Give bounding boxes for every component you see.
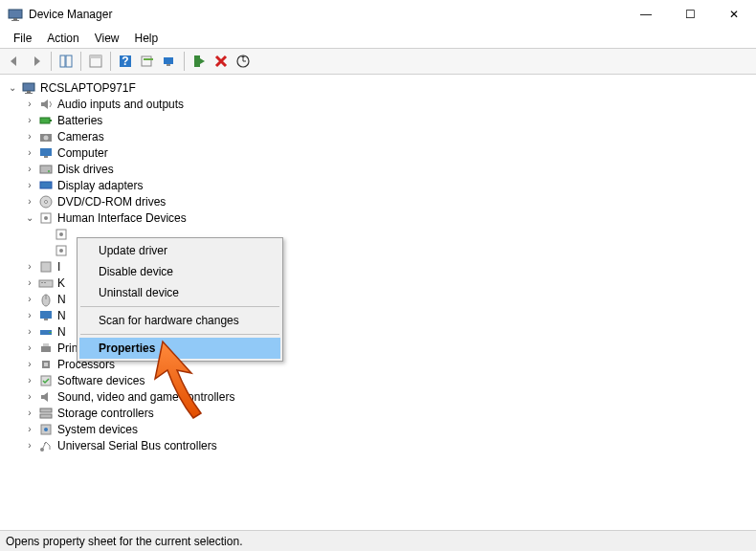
forward-button[interactable] xyxy=(26,51,47,72)
camera-icon xyxy=(38,129,54,144)
monitor-icon xyxy=(38,308,54,323)
svg-point-21 xyxy=(44,135,49,140)
chevron-down-icon[interactable]: ⌄ xyxy=(6,81,19,95)
menu-file[interactable]: File xyxy=(6,30,39,47)
chevron-right-icon[interactable]: › xyxy=(23,195,36,209)
chevron-right-icon[interactable]: › xyxy=(23,146,36,160)
category-label: N xyxy=(57,309,66,322)
svg-rect-41 xyxy=(40,311,52,319)
chevron-right-icon[interactable]: › xyxy=(23,439,36,452)
category-label: Human Interface Devices xyxy=(57,211,187,225)
svg-rect-35 xyxy=(41,262,51,272)
scan-hardware-button[interactable] xyxy=(159,51,180,72)
sound-icon xyxy=(38,389,54,405)
category-label: Storage controllers xyxy=(57,407,154,420)
toolbar-separator xyxy=(184,52,185,71)
category-label: DVD/CD-ROM drives xyxy=(57,195,166,209)
chevron-right-icon[interactable]: › xyxy=(23,163,36,176)
chevron-right-icon[interactable]: › xyxy=(23,342,36,355)
action-button[interactable] xyxy=(137,51,158,72)
tree-category[interactable]: ›Computer xyxy=(23,144,756,161)
computer-icon xyxy=(21,80,36,96)
close-button[interactable]: ✕ xyxy=(712,0,756,29)
minimize-button[interactable]: — xyxy=(624,0,668,29)
ctx-scan-for-hardware-changes[interactable]: Scan for hardware changes xyxy=(79,310,280,331)
chevron-right-icon[interactable]: › xyxy=(23,374,36,387)
tree-category[interactable]: ›DVD/CD-ROM drives xyxy=(23,193,756,209)
uninstall-button[interactable] xyxy=(211,51,232,72)
svg-point-28 xyxy=(45,200,48,203)
network-icon xyxy=(38,324,54,340)
show-hide-tree-button[interactable] xyxy=(56,51,77,72)
printer-icon xyxy=(38,341,54,356)
menu-action[interactable]: Action xyxy=(39,30,86,47)
tree-category[interactable]: ›Disk drives xyxy=(23,161,756,177)
chevron-right-icon[interactable]: › xyxy=(23,293,36,306)
tree-category[interactable]: ›Sound, video and game controllers xyxy=(23,388,756,405)
help-button[interactable]: ? xyxy=(115,51,136,72)
chevron-down-icon[interactable]: ⌄ xyxy=(23,211,36,225)
menu-separator xyxy=(80,334,279,335)
category-label: Cameras xyxy=(57,130,104,143)
update-driver-button[interactable] xyxy=(233,51,254,72)
svg-rect-42 xyxy=(44,319,48,320)
app-icon xyxy=(8,7,23,22)
category-label: I xyxy=(57,260,60,274)
svg-rect-44 xyxy=(49,332,52,333)
svg-rect-36 xyxy=(39,280,53,287)
svg-rect-11 xyxy=(164,57,173,64)
tree-category[interactable]: ⌄Human Interface Devices xyxy=(23,209,756,226)
chevron-right-icon[interactable]: › xyxy=(23,325,36,339)
tree-category[interactable]: ›Cameras xyxy=(23,128,756,144)
ctx-properties[interactable]: Properties xyxy=(79,338,280,359)
category-label: Batteries xyxy=(57,114,102,127)
back-button[interactable] xyxy=(4,51,25,72)
svg-rect-46 xyxy=(43,343,49,346)
svg-point-34 xyxy=(59,249,63,253)
chevron-right-icon[interactable]: › xyxy=(23,179,36,192)
root-label: RCSLAPTOP971F xyxy=(40,81,136,95)
chevron-right-icon[interactable]: › xyxy=(23,276,36,290)
svg-rect-3 xyxy=(60,55,65,67)
menu-help[interactable]: Help xyxy=(127,30,167,47)
ctx-label: Properties xyxy=(99,342,155,355)
svg-point-25 xyxy=(48,170,50,172)
disk-icon xyxy=(38,162,54,177)
tree-category[interactable]: ›Batteries xyxy=(23,112,756,128)
speaker-icon xyxy=(38,97,54,112)
chevron-right-icon[interactable]: › xyxy=(23,114,36,127)
svg-rect-18 xyxy=(40,118,50,123)
tree-root[interactable]: ⌄RCSLAPTOP971F xyxy=(6,79,756,96)
svg-rect-9 xyxy=(142,56,151,66)
chevron-right-icon[interactable]: › xyxy=(23,130,36,143)
ctx-disable-device[interactable]: Disable device xyxy=(79,261,280,282)
chevron-right-icon[interactable]: › xyxy=(23,423,36,436)
tree-category[interactable]: ›Audio inputs and outputs xyxy=(23,96,756,112)
chevron-right-icon[interactable]: › xyxy=(23,309,36,322)
chevron-right-icon[interactable]: › xyxy=(23,390,36,404)
svg-rect-6 xyxy=(90,55,101,58)
enable-button[interactable] xyxy=(189,51,210,72)
maximize-button[interactable]: ☐ xyxy=(668,0,712,29)
system-icon xyxy=(38,422,54,437)
svg-rect-19 xyxy=(50,120,52,121)
svg-text:?: ? xyxy=(122,55,128,68)
ctx-update-driver[interactable]: Update driver xyxy=(79,240,280,261)
chevron-right-icon[interactable]: › xyxy=(23,98,36,111)
tree-category[interactable]: ›Storage controllers xyxy=(23,405,756,421)
menu-view[interactable]: View xyxy=(87,30,127,47)
ctx-uninstall-device[interactable]: Uninstall device xyxy=(79,282,280,303)
chevron-right-icon[interactable]: › xyxy=(23,260,36,274)
menu-bar: File Action View Help xyxy=(0,29,756,48)
tree-category[interactable]: ›Universal Serial Bus controllers xyxy=(23,437,756,453)
svg-rect-26 xyxy=(40,182,52,188)
chevron-right-icon[interactable]: › xyxy=(23,407,36,420)
tree-category[interactable]: ›Software devices xyxy=(23,372,756,388)
category-label: K xyxy=(57,276,65,290)
properties-button[interactable] xyxy=(85,51,106,72)
tree-category[interactable]: ›Display adapters xyxy=(23,177,756,193)
chevron-right-icon[interactable]: › xyxy=(23,358,36,371)
category-label: N xyxy=(57,325,66,339)
cpu-icon xyxy=(38,357,54,372)
tree-category[interactable]: ›System devices xyxy=(23,421,756,437)
